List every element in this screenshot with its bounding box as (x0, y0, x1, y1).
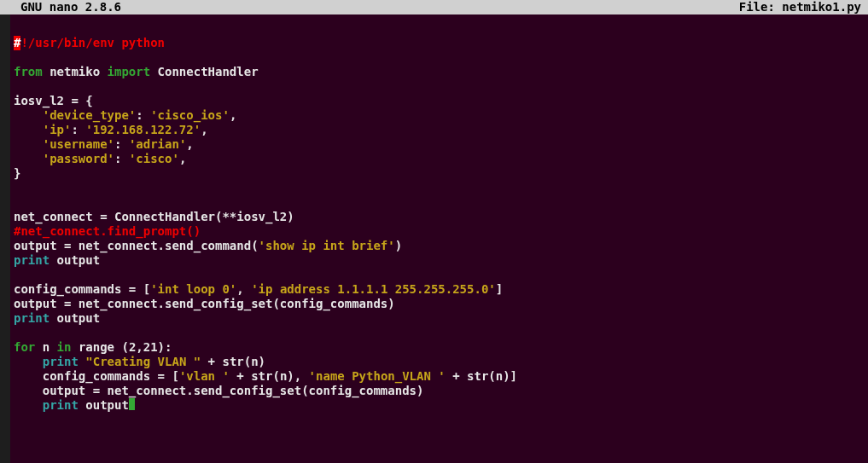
file-label: File: (739, 0, 783, 14)
editor-area[interactable]: #!/usr/bin/env python from netmiko impor… (10, 14, 865, 463)
str-int-loop: 'int loop 0' (150, 282, 236, 296)
close-bracket: ] (496, 282, 503, 296)
kw-print: print (14, 311, 50, 325)
comma: , (236, 282, 251, 296)
str-vlan: 'vlan ' (179, 369, 230, 383)
colon: : (114, 137, 129, 151)
var-iosv: iosv_l2 = { (14, 94, 93, 107)
comma: , (230, 108, 236, 122)
key-device-type: 'device_type' (43, 108, 137, 122)
line-output-sendcfg: output = net_connect.send_config_set(con… (14, 297, 395, 310)
kw-import: import (108, 65, 151, 78)
key-ip: 'ip' (43, 123, 72, 136)
line-output-sendcmd: output = net_connect.send_command( (14, 239, 259, 252)
id-output: output (50, 253, 100, 267)
kw-from: from (14, 65, 43, 78)
line-cfg-cmds: config_commands = [ (14, 282, 150, 296)
comma: , (179, 152, 186, 165)
indent (14, 398, 43, 412)
key-username: 'username' (43, 137, 114, 151)
colon: : (136, 108, 150, 122)
str-show-ip: 'show ip int brief' (259, 239, 395, 252)
val-password: 'cisco' (129, 152, 179, 165)
expr-plus-strn-close: + str(n)] (446, 369, 517, 383)
mod-netmiko: netmiko (43, 65, 108, 78)
val-device-type: 'cisco_ios' (150, 108, 230, 122)
kw-print: print (43, 398, 79, 412)
id-output: output (79, 398, 129, 412)
expr-plus-strn-comma: + str(n), (230, 369, 309, 383)
filename: netmiko1.py (782, 0, 861, 14)
nano-file-indicator: File: netmiko1.py (739, 0, 868, 14)
comment-find-prompt: #net_connect.find_prompt() (14, 224, 201, 238)
text-cursor (129, 398, 135, 410)
kw-in: in (57, 340, 72, 354)
colon: : (71, 123, 85, 136)
close-brace: } (14, 166, 20, 180)
close-paren: ) (395, 239, 402, 252)
key-password: 'password' (43, 152, 114, 165)
id-output: output (50, 311, 100, 325)
for-n: n (35, 340, 56, 354)
indent (14, 384, 43, 397)
line-net-connect: net_connect = ConnectHandler(**iosv_l2) (14, 210, 294, 223)
kw-for: for (14, 340, 35, 354)
str-ip-addr: 'ip address 1.1.1.1 255.255.255.0' (251, 282, 496, 296)
comma: , (201, 123, 207, 136)
indent (14, 355, 43, 368)
str-name-python-vlan: 'name Python_VLAN ' (309, 369, 446, 383)
kw-print: print (14, 253, 50, 267)
range-expr: range (2,21): (71, 340, 172, 354)
name-connecthandler: ConnectHandler (150, 65, 258, 78)
window-left-strip (0, 14, 10, 463)
colon: : (114, 152, 129, 165)
nano-titlebar: GNU nano 2.8.6 File: netmiko1.py (0, 0, 868, 14)
expr-plus-strn: + str(n) (201, 355, 265, 368)
line-output-sendcfg2: output = net_connect.send_config_set(con… (43, 384, 424, 397)
val-username: 'adrian' (129, 137, 186, 151)
kw-print: print (43, 355, 79, 368)
nano-app-name: GNU nano 2.8.6 (20, 0, 739, 14)
comma: , (186, 137, 193, 151)
scrollbar[interactable] (865, 14, 868, 463)
indent (14, 369, 43, 383)
shebang-line: !/usr/bin/env python (20, 36, 165, 49)
val-ip: '192.168.122.72' (85, 123, 201, 136)
line-cfg-cmds2: config_commands = [ (43, 369, 179, 383)
str-creating-vlan: "Creating VLAN " (85, 355, 201, 368)
